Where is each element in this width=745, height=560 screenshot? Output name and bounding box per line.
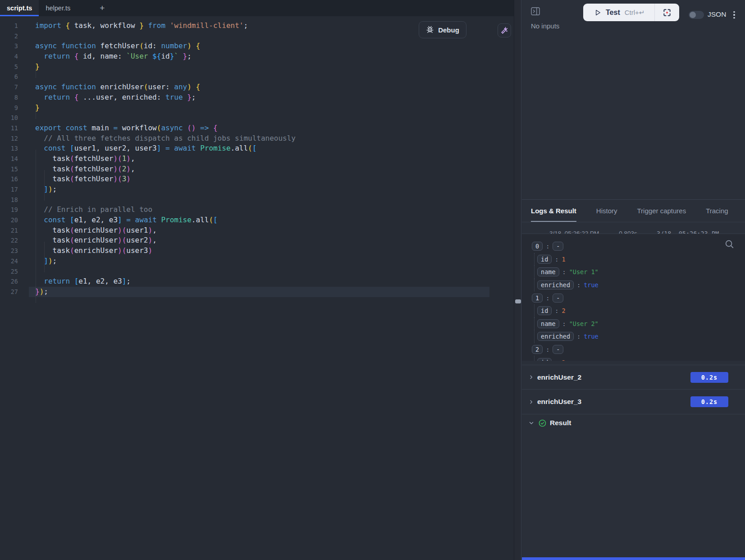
json-key-pill[interactable]: enriched (537, 332, 574, 341)
code-line-12[interactable]: 12 // All three fetches dispatch as chil… (0, 133, 514, 144)
pane-resize-splitter[interactable] (514, 0, 521, 560)
run-panel: No inputs Test Ctrl+↵ (522, 0, 745, 560)
code-line-15[interactable]: 15 task(fetchUser)(2), (0, 164, 514, 174)
collapse-toggle[interactable]: - (553, 242, 563, 251)
json-colon: : (577, 333, 580, 340)
line-number: 13 (0, 143, 18, 154)
code-line-9[interactable]: 9} (0, 103, 514, 113)
debug-button[interactable]: Debug (419, 21, 466, 38)
task-duration-badge[interactable]: 0.2s (690, 396, 728, 407)
json-toggle[interactable] (689, 11, 704, 19)
line-number: 25 (0, 266, 18, 277)
task-row-enrichUser_3[interactable]: enrichUser_30.2s (522, 389, 745, 413)
splitter-drag-handle[interactable] (515, 299, 521, 303)
code-line-17[interactable]: 17 ]); (0, 184, 514, 195)
more-options-icon[interactable] (730, 9, 738, 21)
tab-logs-result[interactable]: Logs & Result (531, 200, 576, 222)
result-title: Result (550, 419, 571, 427)
code-line-5[interactable]: 5} (0, 62, 514, 72)
editor-tab-script-ts[interactable]: script.ts (0, 0, 39, 16)
json-row-1: 1:- (522, 291, 745, 304)
code-line-14[interactable]: 14 task(fetchUser)(1), (0, 154, 514, 164)
json-colon: : (546, 294, 549, 302)
new-tab-button[interactable]: + (96, 3, 108, 13)
json-key-pill[interactable]: 1 (532, 294, 543, 303)
json-value: 3 (562, 359, 565, 361)
result-json-viewer: 0:-id:1name:"User 1"enriched:true1:-id:2… (522, 234, 745, 361)
code-text: task(enrichUser)(user1), (18, 225, 157, 236)
capture-run-button[interactable] (655, 4, 679, 21)
code-line-24[interactable]: 24 ]); (0, 256, 514, 266)
line-number: 26 (0, 276, 18, 287)
task-name: enrichUser_2 (537, 373, 581, 381)
search-icon[interactable] (723, 239, 735, 250)
code-area[interactable]: 1import { task, workflow } from 'windmil… (0, 16, 514, 560)
code-text: const [user1, user2, user3] = await Prom… (18, 143, 256, 154)
json-key-pill[interactable]: 0 (532, 242, 543, 251)
code-line-21[interactable]: 21 task(enrichUser)(user1), (0, 225, 514, 236)
code-line-3[interactable]: 3async function fetchUser(id: number) { (0, 41, 514, 51)
code-line-19[interactable]: 19 // Enrich in parallel too (0, 205, 514, 215)
code-line-20[interactable]: 20 const [e1, e2, e3] = await Promise.al… (0, 215, 514, 225)
editor-tab-helper-ts[interactable]: helper.ts (39, 0, 77, 16)
code-text: ]); (18, 256, 57, 266)
json-key-pill[interactable]: name (537, 267, 559, 276)
code-line-18[interactable]: 18 (0, 195, 514, 205)
code-line-10[interactable]: 10 (0, 113, 514, 123)
json-value: true (584, 333, 599, 340)
chevron-right-icon (529, 375, 534, 380)
code-line-4[interactable]: 4 return { id, name: `User ${id}` }; (0, 51, 514, 62)
tab-tracing[interactable]: Tracing (706, 200, 728, 222)
task-row-enrichUser_2[interactable]: enrichUser_20.2s (522, 365, 745, 389)
json-toggle-label: JSON (708, 10, 726, 18)
json-row-id: id:3 (522, 356, 745, 361)
tab-trigger-captures[interactable]: Trigger captures (637, 200, 686, 222)
json-row-name: name:"User 1" (522, 266, 745, 279)
code-line-8[interactable]: 8 return { ...user, enriched: true }; (0, 92, 514, 103)
json-key-pill[interactable]: id (537, 358, 552, 361)
collapse-toggle[interactable]: - (553, 294, 563, 303)
json-rows: 0:-id:1name:"User 1"enriched:true1:-id:2… (522, 234, 745, 361)
tab-history[interactable]: History (596, 200, 617, 222)
horizontal-scrollbar[interactable] (522, 557, 745, 560)
collapse-toggle[interactable]: - (553, 345, 563, 354)
code-text: } (18, 103, 40, 113)
task-name: enrichUser_3 (537, 398, 581, 406)
json-key-pill[interactable]: 2 (532, 345, 543, 354)
json-key-pill[interactable]: enriched (537, 280, 574, 289)
json-key-pill[interactable]: id (537, 255, 552, 264)
code-editor-pane: script.tshelper.ts+ 1import { task, work… (0, 0, 514, 560)
code-line-25[interactable]: 25 (0, 266, 514, 277)
chevron-down-icon (529, 420, 534, 426)
json-row-0: 0:- (522, 240, 745, 253)
test-button-label: Test (606, 9, 620, 17)
code-line-7[interactable]: 7async function enrichUser(user: any) { (0, 82, 514, 92)
code-text: }); (18, 287, 48, 297)
code-line-6[interactable]: 6 (0, 72, 514, 82)
json-key-pill[interactable]: name (537, 319, 559, 328)
line-number: 1 (0, 21, 18, 31)
line-number: 6 (0, 72, 18, 82)
code-line-22[interactable]: 22 task(enrichUser)(user2), (0, 235, 514, 246)
line-number: 16 (0, 174, 18, 184)
line-number: 10 (0, 113, 18, 123)
task-duration-badge[interactable]: 0.2s (690, 372, 728, 383)
code-text (18, 31, 35, 41)
code-line-11[interactable]: 11export const main = workflow(async () … (0, 123, 514, 133)
test-button[interactable]: Test Ctrl+↵ (583, 4, 654, 21)
line-number: 27 (0, 287, 18, 297)
code-line-16[interactable]: 16 task(fetchUser)(3) (0, 174, 514, 184)
code-line-13[interactable]: 13 const [user1, user2, user3] = await P… (0, 143, 514, 154)
json-key-pill[interactable]: id (537, 306, 552, 315)
chevron-right-icon (529, 399, 534, 404)
line-number: 2 (0, 31, 18, 41)
code-line-27[interactable]: 27}); (0, 287, 514, 297)
ai-assistant-button[interactable] (498, 23, 511, 37)
line-number: 11 (0, 123, 18, 133)
result-header[interactable]: Result (522, 414, 745, 432)
code-text: ]); (18, 184, 57, 195)
line-number: 3 (0, 41, 18, 51)
code-line-26[interactable]: 26 return [e1, e2, e3]; (0, 276, 514, 287)
collapse-panel-icon[interactable] (531, 7, 540, 15)
code-line-23[interactable]: 23 task(enrichUser)(user3) (0, 246, 514, 256)
